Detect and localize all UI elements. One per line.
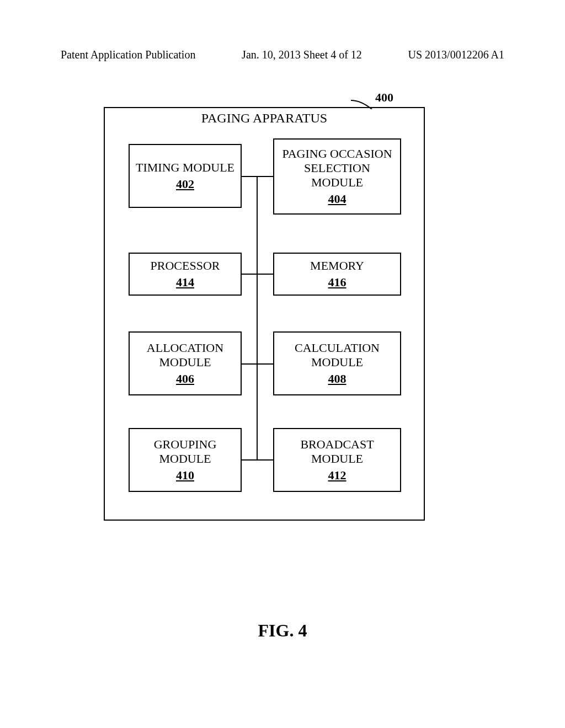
apparatus-ref-number: 400: [375, 90, 393, 105]
memory-module-box: MEMORY 416: [273, 253, 401, 296]
connector-line: [257, 363, 273, 365]
figure-caption: FIG. 4: [0, 620, 565, 641]
connector-line: [242, 176, 257, 177]
timing-module-label: TIMING MODULE: [136, 160, 234, 175]
connector-line: [242, 363, 257, 365]
paging-module-line2: SELECTION: [304, 161, 370, 175]
connector-line: [257, 274, 273, 275]
processor-module-ref: 414: [176, 275, 194, 290]
header-right: US 2013/0012206 A1: [408, 49, 504, 61]
timing-module-box: TIMING MODULE 402: [129, 144, 242, 208]
allocation-module-line2: MODULE: [159, 355, 211, 370]
calculation-module-box: CALCULATION MODULE 408: [273, 331, 401, 395]
header-left: Patent Application Publication: [61, 49, 195, 61]
broadcast-module-box: BROADCAST MODULE 412: [273, 428, 401, 492]
connector-line: [242, 274, 257, 275]
paging-apparatus-box: 400 PAGING APPARATUS TIMING MODULE 402 P…: [104, 107, 425, 521]
allocation-module-box: ALLOCATION MODULE 406: [129, 331, 242, 395]
calculation-module-ref: 408: [328, 372, 347, 386]
calculation-module-line2: MODULE: [311, 355, 363, 370]
allocation-module-ref: 406: [176, 372, 194, 386]
memory-module-ref: 416: [328, 275, 347, 290]
page-header: Patent Application Publication Jan. 10, …: [0, 49, 565, 61]
connector-line: [257, 459, 273, 461]
processor-module-box: PROCESSOR 414: [129, 253, 242, 296]
broadcast-module-ref: 412: [328, 468, 347, 483]
grouping-module-ref: 410: [176, 468, 194, 483]
timing-module-ref: 402: [176, 177, 194, 191]
paging-module-line1: PAGING OCCASION: [282, 147, 392, 161]
grouping-module-box: GROUPING MODULE 410: [129, 428, 242, 492]
paging-module-line3: MODULE: [311, 175, 363, 190]
header-center: Jan. 10, 2013 Sheet 4 of 12: [242, 49, 362, 61]
grouping-module-line2: MODULE: [159, 452, 211, 466]
calculation-module-line1: CALCULATION: [295, 341, 380, 355]
grouping-module-line1: GROUPING: [154, 437, 217, 452]
allocation-module-line1: ALLOCATION: [147, 341, 223, 355]
paging-occasion-module-box: PAGING OCCASION SELECTION MODULE 404: [273, 138, 401, 215]
processor-module-label: PROCESSOR: [151, 259, 220, 273]
broadcast-module-line1: BROADCAST: [300, 437, 374, 452]
broadcast-module-line2: MODULE: [311, 452, 363, 466]
connector-line: [257, 176, 273, 177]
apparatus-title: PAGING APPARATUS: [105, 105, 424, 126]
connector-line: [242, 459, 257, 461]
vertical-bus-line: [257, 176, 258, 460]
memory-module-label: MEMORY: [310, 259, 364, 273]
paging-module-ref: 404: [328, 192, 347, 206]
